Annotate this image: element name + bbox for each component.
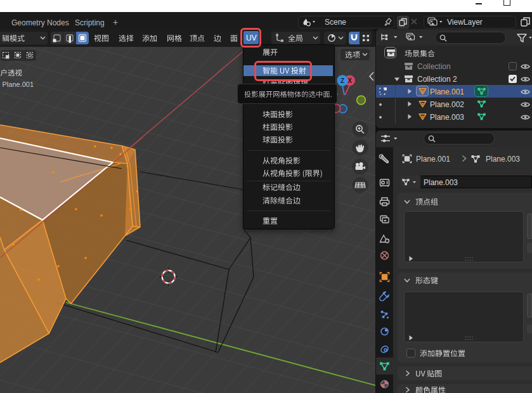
svg-text:Z: Z xyxy=(341,77,344,84)
svg-text:X: X xyxy=(347,77,352,84)
